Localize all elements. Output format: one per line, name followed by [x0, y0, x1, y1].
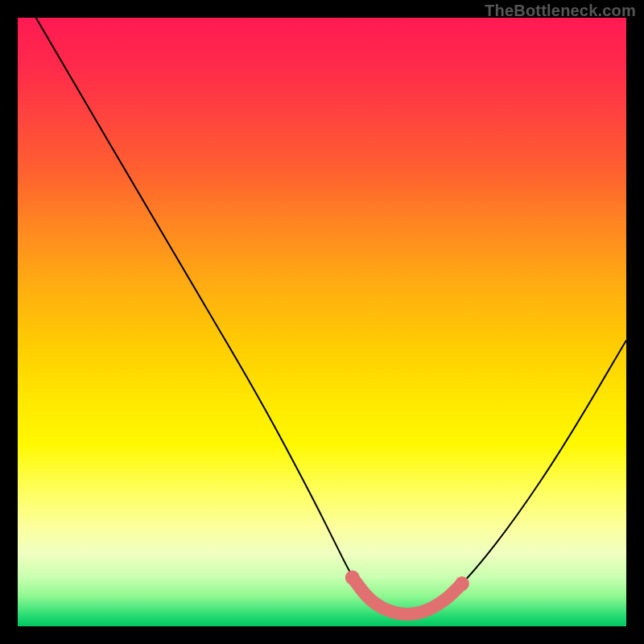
- chart-container: TheBottleneck.com: [0, 0, 644, 644]
- plot-area: [18, 18, 626, 626]
- svg-point-0: [345, 571, 360, 585]
- curve-layer: [18, 18, 626, 626]
- svg-point-1: [455, 576, 469, 591]
- optimal-range-marker: [345, 571, 469, 614]
- bottleneck-curve: [36, 18, 626, 614]
